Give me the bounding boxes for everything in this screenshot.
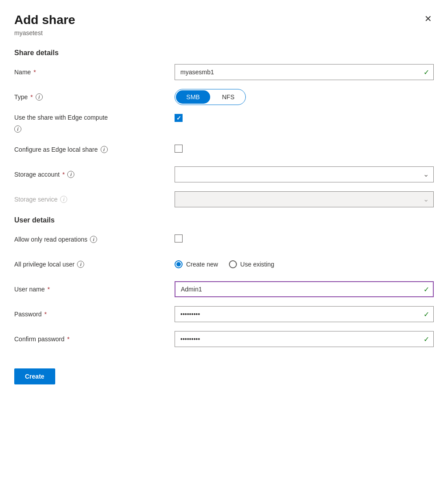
title-group: Add share myasetest — [14, 12, 75, 47]
password-check-icon: ✓ — [424, 310, 429, 318]
edge-local-info-icon[interactable]: i — [101, 146, 108, 153]
password-input[interactable] — [175, 306, 434, 322]
name-required: * — [33, 69, 36, 76]
storage-account-required: * — [62, 171, 65, 178]
confirm-password-check-icon: ✓ — [424, 335, 429, 343]
storage-service-dropdown: ⌄ — [175, 191, 434, 207]
use-existing-option[interactable]: Use existing — [229, 260, 274, 268]
type-info-icon[interactable]: i — [36, 93, 43, 101]
read-only-checkbox-wrapper — [175, 234, 434, 244]
confirm-password-input-wrapper: ✓ — [175, 331, 434, 347]
user-details-section-title: User details — [14, 216, 434, 224]
user-name-input-wrapper: ✓ — [175, 281, 434, 297]
dialog-subtitle: myasetest — [14, 29, 75, 36]
confirm-password-row: Confirm password * ✓ — [14, 331, 434, 347]
storage-account-arrow-icon: ⌄ — [423, 170, 429, 178]
type-row: Type * i SMB NFS — [14, 89, 434, 105]
type-toggle[interactable]: SMB NFS — [175, 89, 246, 105]
local-user-label: All privilege local user i — [14, 261, 175, 268]
local-user-options: Create new Use existing — [175, 260, 434, 268]
create-button[interactable]: Create — [14, 368, 55, 384]
name-check-icon: ✓ — [424, 68, 429, 76]
read-only-row: Allow only read operations i — [14, 231, 434, 247]
user-name-row: User name * ✓ — [14, 281, 434, 297]
read-only-checkbox[interactable] — [175, 234, 183, 242]
storage-service-arrow-icon: ⌄ — [423, 195, 429, 203]
edge-local-checkbox-wrapper — [175, 145, 434, 154]
edge-local-checkbox[interactable] — [175, 145, 183, 153]
storage-service-dropdown-wrapper: ⌄ — [175, 191, 434, 207]
type-smb-option[interactable]: SMB — [176, 90, 210, 104]
storage-account-row: Storage account * i ⌄ — [14, 166, 434, 182]
name-input[interactable] — [175, 64, 434, 80]
storage-service-label: Storage service i — [14, 196, 175, 203]
create-new-option[interactable]: Create new — [175, 260, 218, 268]
edge-local-row: Configure as Edge local share i — [14, 141, 434, 158]
create-new-label: Create new — [186, 261, 218, 268]
local-user-row: All privilege local user i Create new Us… — [14, 256, 434, 272]
edge-compute-checkbox[interactable] — [175, 114, 183, 122]
read-only-label: Allow only read operations i — [14, 236, 175, 243]
local-user-info-icon[interactable]: i — [77, 261, 84, 268]
name-row: Name * ✓ — [14, 64, 434, 80]
password-required: * — [44, 311, 46, 318]
use-existing-label: Use existing — [240, 261, 274, 268]
storage-account-dropdown[interactable]: ⌄ — [175, 166, 434, 182]
edge-compute-label: Use the share with Edge compute i — [14, 114, 175, 133]
share-details-section-title: Share details — [14, 49, 434, 57]
edge-compute-info-icon[interactable]: i — [14, 125, 21, 133]
type-required: * — [30, 93, 33, 101]
type-toggle-wrapper: SMB NFS — [175, 89, 434, 105]
add-share-dialog: Add share myasetest ✕ Share details Name… — [0, 0, 448, 497]
local-user-radio-group: Create new Use existing — [175, 260, 434, 268]
create-new-radio[interactable] — [175, 260, 183, 268]
dialog-header: Add share myasetest ✕ — [14, 12, 434, 47]
confirm-password-input[interactable] — [175, 331, 434, 347]
edge-compute-row: Use the share with Edge compute i — [14, 114, 434, 133]
edge-compute-checkbox-wrapper — [175, 114, 434, 122]
password-input-wrapper: ✓ — [175, 306, 434, 322]
confirm-password-required: * — [67, 335, 69, 343]
confirm-password-label: Confirm password * — [14, 335, 175, 343]
password-label: Password * — [14, 311, 175, 318]
storage-account-label: Storage account * i — [14, 171, 175, 178]
type-nfs-option[interactable]: NFS — [211, 89, 245, 105]
user-name-check-icon: ✓ — [424, 285, 429, 293]
user-name-label: User name * — [14, 286, 175, 293]
name-input-wrapper: ✓ — [175, 64, 434, 80]
user-name-required: * — [47, 286, 49, 293]
user-name-input[interactable] — [175, 281, 434, 297]
edge-local-label: Configure as Edge local share i — [14, 146, 175, 153]
storage-service-info-icon[interactable]: i — [60, 196, 67, 203]
password-row: Password * ✓ — [14, 306, 434, 322]
use-existing-radio[interactable] — [229, 260, 237, 268]
storage-service-row: Storage service i ⌄ — [14, 191, 434, 207]
dialog-title: Add share — [14, 12, 75, 28]
storage-account-dropdown-wrapper: ⌄ — [175, 166, 434, 182]
storage-account-info-icon[interactable]: i — [67, 171, 74, 178]
name-label: Name * — [14, 69, 175, 76]
close-button[interactable]: ✕ — [423, 12, 434, 25]
type-label: Type * i — [14, 93, 175, 101]
read-only-info-icon[interactable]: i — [90, 236, 97, 243]
